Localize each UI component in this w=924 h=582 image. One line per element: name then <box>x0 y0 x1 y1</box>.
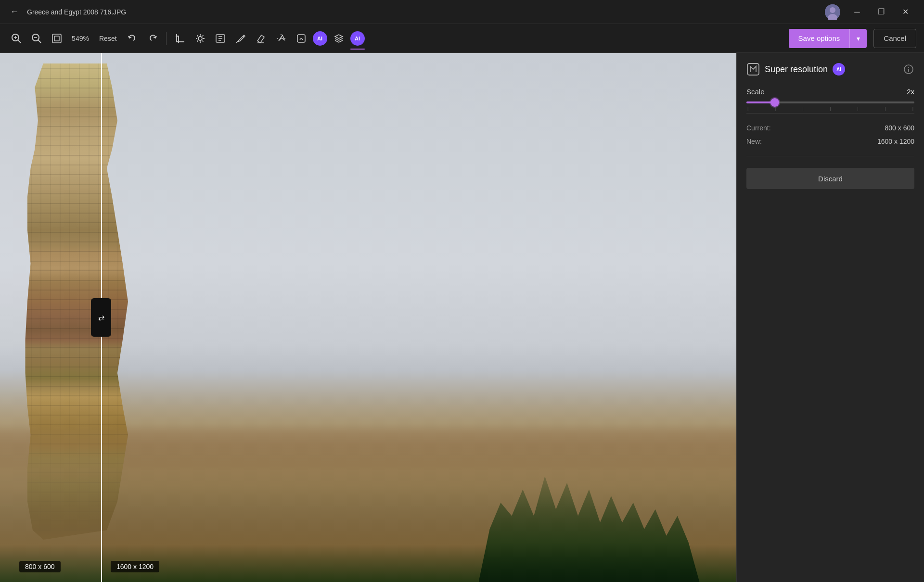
slider-thumb[interactable] <box>770 98 779 107</box>
svg-line-4 <box>18 40 21 43</box>
crop-button[interactable] <box>171 30 189 47</box>
window-title: Greece and Egypt 2008 716.JPG <box>27 8 420 16</box>
toolbar: 549% Reset <box>0 24 924 53</box>
zoom-out-button[interactable] <box>28 30 45 47</box>
super-resolution-icon <box>746 63 760 76</box>
panel-title: Super resolution <box>765 64 828 75</box>
info-button[interactable] <box>903 63 914 75</box>
cancel-button[interactable]: Cancel <box>873 29 916 48</box>
new-label: New: <box>746 138 762 145</box>
ai-badge-2[interactable]: AI <box>350 31 365 46</box>
compare-handle[interactable]: ⇄ <box>91 298 111 337</box>
adjust-button[interactable] <box>212 30 229 47</box>
current-label: Current: <box>746 124 771 132</box>
svg-point-34 <box>908 67 909 68</box>
save-options-wrapper: Save options ▾ <box>789 29 867 48</box>
back-icon: ← <box>10 7 19 17</box>
undo-button[interactable] <box>124 30 141 47</box>
svg-point-1 <box>830 7 835 13</box>
sticker-button[interactable] <box>293 30 310 47</box>
svg-line-17 <box>197 35 198 36</box>
close-button[interactable]: ✕ <box>894 4 916 20</box>
svg-line-18 <box>202 40 203 41</box>
compare-arrows-icon: ⇄ <box>98 313 104 322</box>
layers-button[interactable] <box>330 30 347 47</box>
svg-point-12 <box>198 37 202 40</box>
panel-divider-2 <box>746 156 914 156</box>
scale-value: 2x <box>907 88 914 96</box>
zoom-in-button[interactable] <box>8 30 25 47</box>
svg-line-20 <box>202 35 203 36</box>
current-size-row: Current: 800 x 600 <box>746 121 914 135</box>
discard-button[interactable]: Discard <box>746 168 914 189</box>
panel-divider-1 <box>746 113 914 114</box>
maximize-button[interactable]: ❐ <box>870 4 892 20</box>
slider-track: | | | | | | | <box>746 101 914 103</box>
save-options-button[interactable]: Save options <box>789 29 850 48</box>
brightness-button[interactable] <box>192 30 209 47</box>
redo-button[interactable] <box>144 30 161 47</box>
save-options-dropdown-button[interactable]: ▾ <box>849 29 867 48</box>
toolbar-divider-1 <box>166 32 167 45</box>
reset-button[interactable]: Reset <box>95 33 121 44</box>
svg-line-8 <box>38 40 41 43</box>
new-value: 1600 x 1200 <box>877 138 914 145</box>
image-area[interactable]: ⇄ 800 x 600 1600 x 1200 <box>0 53 736 582</box>
magic-select-button[interactable] <box>272 30 290 47</box>
fit-to-screen-button[interactable] <box>48 30 65 47</box>
window-controls: ─ ❐ ✕ <box>846 4 916 20</box>
panel-header: Super resolution AI <box>746 63 914 76</box>
image-label-right: 1600 x 1200 <box>111 561 159 572</box>
new-size-row: New: 1600 x 1200 <box>746 135 914 148</box>
svg-rect-11 <box>54 36 59 41</box>
titlebar: ← Greece and Egypt 2008 716.JPG ─ ❐ ✕ <box>0 0 924 24</box>
scale-row: Scale 2x <box>746 88 914 96</box>
svg-line-19 <box>197 40 198 41</box>
back-button[interactable]: ← <box>8 5 21 19</box>
svg-rect-10 <box>52 34 61 43</box>
erase-button[interactable] <box>252 30 270 47</box>
right-panel: Super resolution AI Scale 2x <box>736 53 924 582</box>
svg-line-25 <box>236 42 237 43</box>
main-content: ⇄ 800 x 600 1600 x 1200 Super resolution… <box>0 53 924 582</box>
dropdown-icon: ▾ <box>857 35 860 42</box>
minimize-button[interactable]: ─ <box>846 4 868 20</box>
panel-ai-badge: AI <box>833 63 845 76</box>
image-label-left: 800 x 600 <box>19 561 61 572</box>
scale-slider-container: | | | | | | | <box>746 101 914 103</box>
zoom-level: 549% <box>68 35 92 42</box>
draw-button[interactable] <box>232 30 249 47</box>
avatar[interactable] <box>825 4 840 20</box>
current-value: 800 x 600 <box>885 124 915 132</box>
scale-label: Scale <box>746 88 765 96</box>
ai-badge-1[interactable]: AI <box>313 31 327 46</box>
